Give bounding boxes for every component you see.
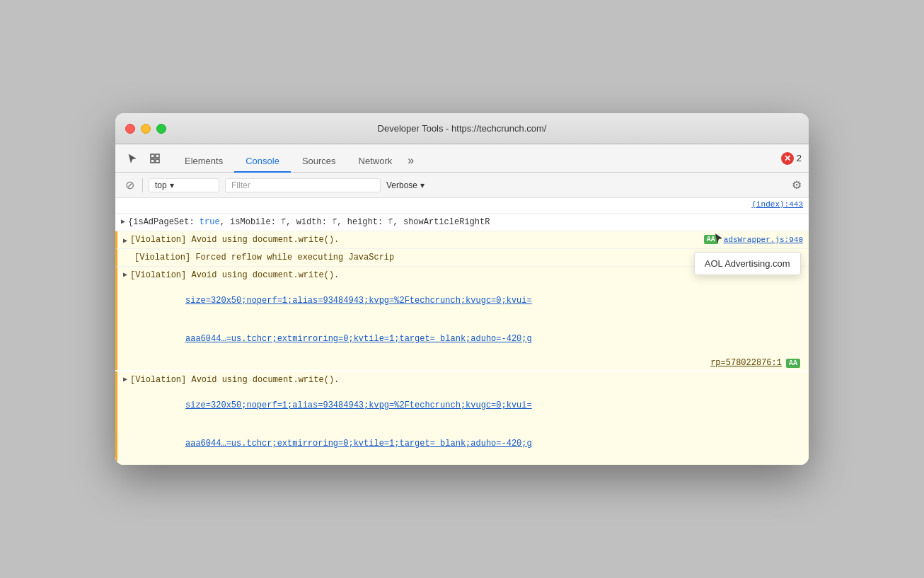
expand-icon[interactable]: ▶ <box>123 375 127 383</box>
clear-console-button[interactable]: ⊘ <box>122 178 137 192</box>
console-multiline: size=320x50;noperf=1;alias=93484943;kvpg… <box>134 282 803 320</box>
url-link[interactable]: size=320x50;noperf=1;alias=93484943;kvpg… <box>185 400 532 410</box>
console-line-violation-3: ▶ [Violation] Avoid using document.write… <box>115 267 809 370</box>
maximize-button[interactable] <box>156 124 166 134</box>
svg-rect-0 <box>151 154 154 158</box>
tab-elements[interactable]: Elements <box>173 150 234 173</box>
toolbar-right: ✕ 2 <box>781 152 802 165</box>
error-badge: ✕ 2 <box>781 152 802 165</box>
svg-rect-3 <box>156 159 159 163</box>
tooltip: AOL Advertising.com <box>694 252 801 275</box>
svg-rect-2 <box>151 159 154 163</box>
console-multiline-2: aaa6044…=us.tchcr;extmirroring=0;kvtile=… <box>134 424 803 463</box>
aa-badge-2[interactable]: AA <box>786 359 800 368</box>
console-content: (index):443 ▶ {isAdPageSet: true, isMobi… <box>115 198 809 465</box>
console-multiline: size=320x50;noperf=1;alias=93484943;kvpg… <box>134 386 803 424</box>
cursor-tool-icon[interactable] <box>122 149 142 168</box>
expand-icon[interactable]: ▶ <box>123 236 127 245</box>
url-link-end[interactable]: rp=578022876:1 <box>710 358 782 368</box>
title-bar: Developer Tools - https://techcrunch.com… <box>115 113 809 144</box>
console-text: {isAdPageSet: true, isMobile: f, width: … <box>128 216 803 229</box>
window-title: Developer Tools - https://techcrunch.com… <box>378 123 547 134</box>
verbose-selector[interactable]: Verbose ▾ <box>386 180 425 190</box>
tab-bar: Elements Console Sources Network » <box>173 144 778 172</box>
traffic-lights <box>125 124 166 134</box>
console-line: ▶ {isAdPageSet: true, isMobile: f, width… <box>115 214 809 231</box>
error-count: 2 <box>797 153 802 163</box>
context-selector[interactable]: top ▾ <box>149 178 219 192</box>
close-button[interactable] <box>125 124 135 134</box>
more-tabs-button[interactable]: » <box>403 150 418 173</box>
url-link[interactable]: size=320x50;noperf=1;alias=93484943;kvpg… <box>185 296 532 306</box>
tab-sources[interactable]: Sources <box>291 150 347 173</box>
console-text: [Violation] Avoid using document.write()… <box>130 233 701 246</box>
filter-input[interactable] <box>225 178 381 192</box>
console-line-violation-4: ▶ [Violation] Avoid using document.write… <box>115 371 809 465</box>
error-icon: ✕ <box>781 152 794 165</box>
console-text: [Violation] Avoid using document.write()… <box>130 374 803 386</box>
svg-rect-1 <box>156 154 159 158</box>
toolbar-divider <box>142 178 143 192</box>
console-multiline-2: aaa6044…=us.tchcr;extmirroring=0;kvtile=… <box>134 320 803 358</box>
url-link[interactable]: aaa6044…=us.tchcr;extmirroring=0;kvtile=… <box>185 334 532 344</box>
minimize-button[interactable] <box>141 124 151 134</box>
inspect-icon[interactable] <box>145 149 165 168</box>
tab-network[interactable]: Network <box>347 150 404 173</box>
source-link[interactable]: adsWrapper.js:940 <box>724 236 803 244</box>
aa-badge-container: AA AOL Advertising.com <box>701 235 721 245</box>
settings-icon[interactable]: ⚙ <box>792 178 802 192</box>
expand-icon[interactable]: ▶ <box>123 270 127 279</box>
expand-icon[interactable]: ▶ <box>121 217 125 226</box>
devtools-window: Developer Tools - https://techcrunch.com… <box>115 113 809 465</box>
tab-console[interactable]: Console <box>234 150 291 173</box>
aa-badge[interactable]: AA <box>704 235 718 244</box>
console-toolbar: ⊘ top ▾ Verbose ▾ ⚙ <box>115 173 809 198</box>
console-line-violation-1: ▶ [Violation] Avoid using document.write… <box>115 231 809 249</box>
toolbar: Elements Console Sources Network » ✕ 2 <box>115 144 809 173</box>
source-link[interactable]: (index):443 <box>751 200 803 209</box>
url-link[interactable]: aaa6044…=us.tchcr;extmirroring=0;kvtile=… <box>185 439 532 449</box>
console-line: (index):443 <box>115 198 809 214</box>
